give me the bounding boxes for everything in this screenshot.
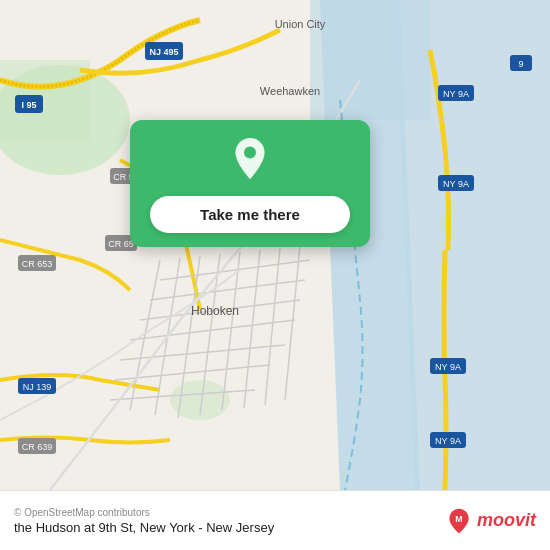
moovit-logo[interactable]: M moovit bbox=[445, 507, 536, 535]
location-pin-icon bbox=[226, 138, 274, 186]
svg-text:Hoboken: Hoboken bbox=[191, 304, 239, 318]
svg-text:NY 9A: NY 9A bbox=[443, 179, 469, 189]
bottom-bar: © OpenStreetMap contributors the Hudson … bbox=[0, 490, 550, 550]
svg-text:I 95: I 95 bbox=[21, 100, 36, 110]
svg-marker-3 bbox=[310, 0, 430, 120]
svg-text:CR 639: CR 639 bbox=[22, 442, 53, 452]
svg-text:M: M bbox=[455, 513, 462, 523]
svg-text:NY 9A: NY 9A bbox=[443, 89, 469, 99]
location-card: Take me there bbox=[130, 120, 370, 247]
svg-text:NY 9A: NY 9A bbox=[435, 362, 461, 372]
svg-text:CR 653: CR 653 bbox=[22, 259, 53, 269]
svg-text:9: 9 bbox=[518, 59, 523, 69]
moovit-brand-icon: M bbox=[445, 507, 473, 535]
svg-text:CR 65: CR 65 bbox=[108, 239, 134, 249]
location-name: the Hudson at 9th St, New York - New Jer… bbox=[14, 520, 274, 535]
bottom-text-group: © OpenStreetMap contributors the Hudson … bbox=[14, 507, 274, 535]
take-me-there-button[interactable]: Take me there bbox=[150, 196, 350, 233]
svg-text:NJ 495: NJ 495 bbox=[149, 47, 178, 57]
svg-point-49 bbox=[244, 147, 256, 159]
svg-text:Weehawken: Weehawken bbox=[260, 85, 320, 97]
svg-text:Union City: Union City bbox=[275, 18, 326, 30]
svg-rect-5 bbox=[0, 60, 90, 140]
copyright-text: © OpenStreetMap contributors bbox=[14, 507, 274, 518]
svg-text:NJ 139: NJ 139 bbox=[23, 382, 52, 392]
svg-text:NY 9A: NY 9A bbox=[435, 436, 461, 446]
map-container: I 95 NJ 495 CR 53 CR 65 CR 653 NJ 139 CR… bbox=[0, 0, 550, 490]
moovit-label: moovit bbox=[477, 510, 536, 531]
